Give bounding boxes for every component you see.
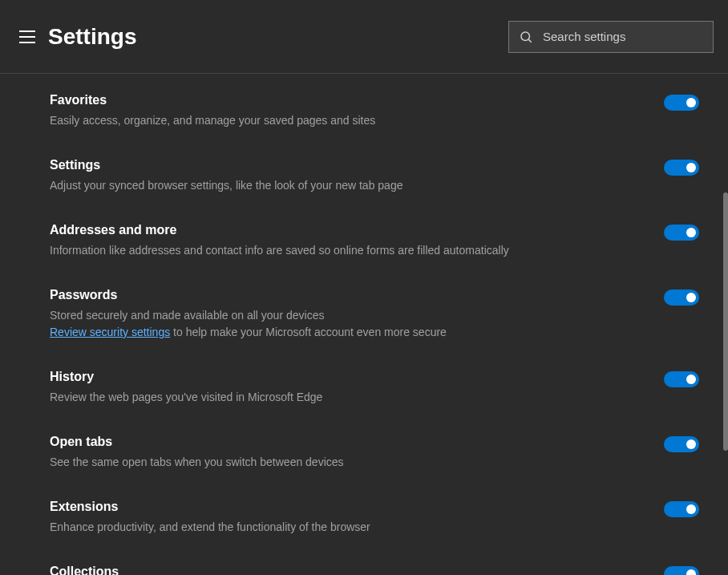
setting-item-passwords: Passwords Stored securely and made avail…: [50, 288, 699, 341]
setting-desc: Easily access, organize, and manage your…: [50, 112, 632, 129]
toggle-favorites[interactable]: [664, 95, 699, 111]
setting-extra-line: Review security settings to help make yo…: [50, 324, 632, 341]
setting-desc: Enhance productivity, and extend the fun…: [50, 519, 632, 536]
svg-line-1: [528, 39, 531, 42]
toggle-passwords[interactable]: [664, 290, 699, 306]
setting-text: Extensions Enhance productivity, and ext…: [50, 500, 664, 536]
setting-item-settings: Settings Adjust your synced browser sett…: [50, 158, 699, 194]
setting-item-opentabs: Open tabs See the same open tabs when yo…: [50, 435, 699, 471]
setting-desc: See the same open tabs when you switch b…: [50, 454, 632, 471]
setting-text: Open tabs See the same open tabs when yo…: [50, 435, 664, 471]
setting-desc: Information like addresses and contact i…: [50, 242, 632, 259]
settings-content: Favorites Easily access, organize, and m…: [0, 74, 728, 575]
setting-title: Favorites: [50, 93, 632, 107]
setting-extra-text: to help make your Microsoft account even…: [170, 326, 447, 338]
setting-title: Passwords: [50, 288, 632, 302]
setting-title: Extensions: [50, 500, 632, 514]
setting-text: Settings Adjust your synced browser sett…: [50, 158, 664, 194]
scrollbar-thumb[interactable]: [723, 192, 728, 451]
setting-text: Favorites Easily access, organize, and m…: [50, 93, 664, 129]
setting-item-extensions: Extensions Enhance productivity, and ext…: [50, 500, 699, 536]
setting-item-collections: Collections Collect, organize, and share…: [50, 565, 699, 575]
setting-text: History Review the web pages you've visi…: [50, 370, 664, 406]
search-box[interactable]: [508, 21, 714, 53]
setting-title: Addresses and more: [50, 223, 632, 237]
setting-desc: Stored securely and made available on al…: [50, 307, 632, 324]
header: Settings: [0, 0, 728, 74]
setting-text: Addresses and more Information like addr…: [50, 223, 664, 259]
hamburger-menu-icon[interactable]: [19, 30, 35, 43]
setting-item-favorites: Favorites Easily access, organize, and m…: [50, 93, 699, 129]
review-security-link[interactable]: Review security settings: [50, 326, 170, 338]
page-title: Settings: [48, 24, 136, 50]
toggle-extensions[interactable]: [664, 501, 699, 517]
setting-title: History: [50, 370, 632, 384]
setting-text: Collections Collect, organize, and share…: [50, 565, 664, 575]
setting-desc: Adjust your synced browser settings, lik…: [50, 177, 632, 194]
setting-title: Collections: [50, 565, 632, 575]
toggle-history[interactable]: [664, 371, 699, 387]
search-icon: [519, 30, 533, 44]
toggle-opentabs[interactable]: [664, 436, 699, 452]
toggle-settings[interactable]: [664, 160, 699, 176]
search-input[interactable]: [543, 30, 703, 43]
header-left: Settings: [19, 24, 136, 50]
setting-item-addresses: Addresses and more Information like addr…: [50, 223, 699, 259]
setting-title: Settings: [50, 158, 632, 172]
setting-title: Open tabs: [50, 435, 632, 449]
svg-point-0: [521, 32, 530, 41]
setting-desc: Review the web pages you've visited in M…: [50, 389, 632, 406]
setting-item-history: History Review the web pages you've visi…: [50, 370, 699, 406]
toggle-collections[interactable]: [664, 566, 699, 575]
setting-text: Passwords Stored securely and made avail…: [50, 288, 664, 341]
toggle-addresses[interactable]: [664, 225, 699, 241]
